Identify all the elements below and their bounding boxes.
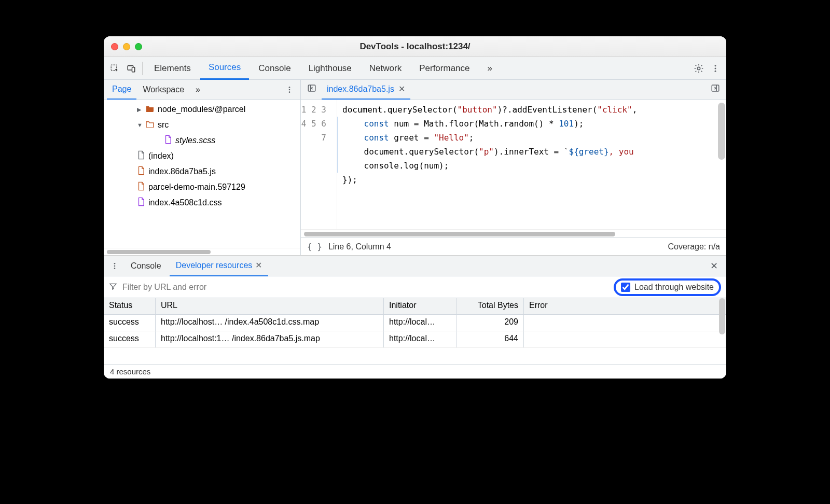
svg-point-6 [715,70,716,72]
tree-file-styles-scss[interactable]: styles.scss [104,133,300,148]
close-tab-icon[interactable]: ✕ [398,84,405,94]
td-initiator: http://local… [384,331,457,347]
filter-icon [109,282,117,292]
svg-point-15 [114,265,116,267]
td-url: http://localhost:1… /index.86da7ba5.js.m… [156,331,384,347]
load-through-website-label: Load through website [634,283,714,292]
tree-file-index-css[interactable]: index.4a508c1d.css [104,195,300,211]
subtab-page[interactable]: Page [107,80,136,100]
editor-horizontal-scrollbar[interactable] [301,229,726,237]
caret-down-icon: ▼ [137,122,142,128]
window-title: DevTools - localhost:1234/ [104,41,726,52]
inspect-element-icon[interactable] [107,61,122,76]
editor-statusbar: { } Line 6, Column 4 Coverage: n/a [301,237,726,255]
svg-point-3 [697,67,700,69]
td-error [524,331,726,347]
navigator-subtabs-overflow[interactable]: » [190,80,205,100]
code-editor[interactable]: 1 2 3 4 5 6 7 document.querySelector("bu… [301,100,726,229]
th-error[interactable]: Error [524,298,726,314]
drawer-statusbar: 4 resources [104,364,726,379]
editor-tab-active[interactable]: index.86da7ba5.js ✕ [322,80,410,100]
tree-file-parcel-demo[interactable]: parcel-demo-main.597129 [104,179,300,195]
tree-folder-node-modules[interactable]: ▶ node_modules/@parcel [104,102,300,117]
table-row[interactable]: success http://localhost:1… /index.86da7… [104,331,726,348]
pretty-print-icon[interactable]: { } [307,242,322,251]
load-through-website-option[interactable]: Load through website [614,278,721,296]
table-row[interactable]: success http://localhost… /index.4a508c1… [104,315,726,331]
subtab-workspace[interactable]: Workspace [137,80,189,100]
navigator-kebab-icon[interactable] [282,82,297,97]
show-navigator-icon[interactable] [304,83,320,95]
tab-elements[interactable]: Elements [146,57,199,80]
cursor-position: Line 6, Column 4 [328,242,391,251]
titlebar: DevTools - localhost:1234/ [104,36,726,57]
tree-file-index-js[interactable]: index.86da7ba5.js [104,164,300,179]
load-through-website-checkbox[interactable] [621,283,630,292]
file-icon [164,135,172,146]
folder-open-icon [145,120,155,130]
tree-folder-src[interactable]: ▼ src [104,117,300,133]
file-icon [137,197,145,208]
devtools-window: DevTools - localhost:1234/ Elements Sour… [104,36,726,379]
svg-point-4 [715,65,716,66]
drawer-tab-console[interactable]: Console [125,256,168,276]
tree-file-index[interactable]: (index) [104,148,300,164]
caret-right-icon: ▶ [137,106,142,113]
coverage-label: Coverage: n/a [668,242,720,251]
drawer-tab-developer-resources[interactable]: Developer resources ✕ [170,256,269,276]
svg-rect-2 [132,67,135,72]
tree-label: index.86da7ba5.js [148,167,216,176]
tab-console[interactable]: Console [250,57,299,80]
navigator-pane: Page Workspace » ▶ node_modules/@parcel [104,80,301,255]
tree-label: node_modules/@parcel [158,105,245,114]
td-initiator: http://local… [384,315,457,331]
tab-lighthouse[interactable]: Lighthouse [300,57,360,80]
svg-point-9 [289,91,290,93]
tab-sources[interactable]: Sources [200,57,249,80]
divider [142,62,143,75]
table-header: Status URL Initiator Total Bytes Error [104,298,726,315]
drawer: Console Developer resources ✕ ✕ Load thr… [104,255,726,379]
tree-label: parcel-demo-main.597129 [148,183,245,192]
td-bytes: 644 [457,331,524,347]
file-tree: ▶ node_modules/@parcel ▼ src [104,100,300,248]
svg-point-14 [114,263,116,264]
main-tab-strip: Elements Sources Console Lighthouse Netw… [104,57,726,80]
navigator-horizontal-scrollbar[interactable] [104,248,300,255]
td-status: success [104,331,156,347]
line-gutter: 1 2 3 4 5 6 7 [301,100,337,229]
resource-count: 4 resources [110,367,150,376]
tab-performance[interactable]: Performance [411,57,478,80]
th-status[interactable]: Status [104,298,156,314]
editor-tab-label: index.86da7ba5.js [327,85,394,94]
tab-network[interactable]: Network [361,57,410,80]
editor-pane: index.86da7ba5.js ✕ 1 2 3 4 5 6 7 docume… [301,80,726,255]
editor-vertical-scrollbar[interactable] [718,103,725,160]
close-drawer-icon[interactable]: ✕ [705,260,723,272]
td-bytes: 209 [457,315,524,331]
th-url[interactable]: URL [156,298,384,314]
th-initiator[interactable]: Initiator [384,298,457,314]
kebab-menu-icon[interactable] [708,61,723,76]
drawer-tab-strip: Console Developer resources ✕ ✕ [104,256,726,276]
close-drawer-tab-icon[interactable]: ✕ [255,260,262,270]
tree-label: src [158,120,169,130]
main-tabs-overflow[interactable]: » [479,57,501,80]
drawer-tab-label: Developer resources [176,261,253,270]
file-icon [137,181,145,193]
td-status: success [104,315,156,331]
show-debugger-icon[interactable] [708,83,723,95]
body-split: Page Workspace » ▶ node_modules/@parcel [104,80,726,255]
folder-icon [145,105,155,114]
th-total-bytes[interactable]: Total Bytes [457,298,524,314]
drawer-kebab-icon[interactable] [107,258,122,274]
settings-gear-icon[interactable] [691,61,707,76]
code-content: document.querySelector("button")?.addEve… [337,100,726,229]
table-vertical-scrollbar[interactable] [719,298,725,334]
svg-point-7 [289,87,290,88]
navigator-subtabs: Page Workspace » [104,80,300,100]
device-toolbar-icon[interactable] [123,61,139,76]
file-icon [137,166,145,177]
filter-input[interactable] [122,283,608,292]
td-url: http://localhost… /index.4a508c1d.css.ma… [156,315,384,331]
